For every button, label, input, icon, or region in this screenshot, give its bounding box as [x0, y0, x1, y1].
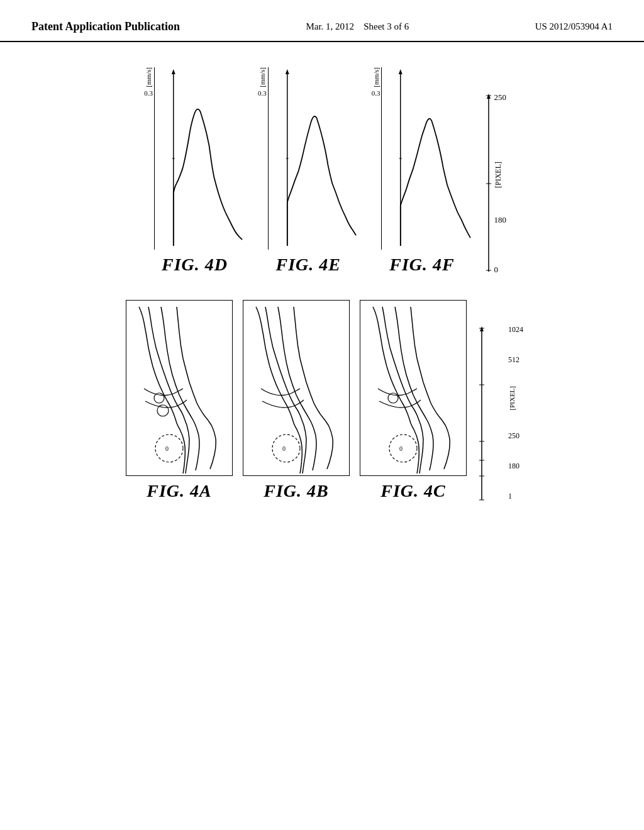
- bottom-axis-1024: 1024: [508, 325, 523, 335]
- fig-4e-y-axis: [mm/s] 0.3: [258, 67, 267, 97]
- fig-4f-y-axis: [mm/s] 0.3: [372, 67, 380, 97]
- fig-4e-value: 0.3: [258, 89, 267, 97]
- patent-number: US 2012/053904 A1: [535, 19, 613, 34]
- fig-4f-unit: [mm/s]: [372, 67, 380, 87]
- bottom-figures-section: 0 FIG. 4A 0 FIG. 4B: [121, 300, 523, 501]
- fig-4c-label: FIG. 4C: [380, 481, 445, 501]
- fig-4a-image: 0: [126, 300, 233, 476]
- fig-4b-svg: 0: [243, 301, 350, 476]
- fig-4d-value: 0.3: [144, 89, 153, 97]
- main-content: [mm/s] 0.3 FIG. 4D [mm/s]: [0, 42, 644, 514]
- sheet-info: Sheet 3 of 6: [364, 21, 409, 31]
- publication-title: Patent Application Publication: [31, 19, 180, 35]
- fig-4f-value: 0.3: [372, 89, 380, 97]
- fig-4d-label: FIG. 4D: [162, 255, 228, 275]
- fig-4d-svg: [154, 67, 245, 250]
- fig-4e-unit: [mm/s]: [258, 67, 266, 87]
- fig-4d-graph-wrapper: [mm/s] 0.3: [144, 67, 245, 250]
- top-figures-section: [mm/s] 0.3 FIG. 4D [mm/s]: [138, 67, 506, 275]
- fig-4d-y-axis: [mm/s] 0.3: [144, 67, 153, 97]
- fig-4d-unit: [mm/s]: [145, 67, 152, 87]
- fig-4f-svg: [381, 67, 472, 250]
- fig-4e-container: [mm/s] 0.3 FIG. 4E: [258, 67, 359, 275]
- header-center: Mar. 1, 2012 Sheet 3 of 6: [306, 19, 409, 34]
- fig-4a-container: 0 FIG. 4A: [121, 300, 238, 501]
- fig-4b-container: 0 FIG. 4B: [238, 300, 355, 501]
- svg-point-15: [157, 405, 169, 416]
- bottom-axis-250: 250: [508, 431, 519, 441]
- fig-4c-image: 0: [360, 300, 467, 476]
- bottom-pixel-axis: 1024 512 [PIXEL] 250 180 1: [477, 325, 523, 501]
- svg-marker-24: [480, 326, 484, 331]
- fig-4f-label: FIG. 4F: [389, 255, 454, 275]
- top-pixel-axis: 250 [PIXEL] 180 0: [484, 92, 506, 275]
- pixel-axis-unit: [PIXEL]: [494, 162, 503, 188]
- svg-text:0: 0: [399, 445, 402, 452]
- fig-4e-graph-wrapper: [mm/s] 0.3: [258, 67, 359, 250]
- bottom-axis-labels: 1024 512 [PIXEL] 250 180 1: [508, 325, 523, 501]
- svg-marker-10: [487, 94, 491, 99]
- fig-4c-svg: 0: [360, 301, 467, 476]
- svg-point-21: [389, 434, 417, 462]
- fig-4c-container: 0 FIG. 4C: [355, 300, 472, 501]
- bottom-axis-512: 512: [508, 355, 519, 365]
- bottom-axis-pixel-unit: [PIXEL]: [508, 386, 516, 411]
- svg-text:0: 0: [165, 445, 169, 452]
- fig-4b-image: 0: [243, 300, 350, 476]
- svg-point-16: [155, 434, 183, 462]
- fig-4a-svg: 0: [126, 301, 233, 476]
- svg-marker-4: [285, 69, 289, 74]
- fig-4f-container: [mm/s] 0.3 FIG. 4F: [372, 67, 473, 275]
- bottom-axis-svg: [477, 325, 508, 501]
- fig-4b-label: FIG. 4B: [264, 481, 328, 501]
- publication-date: Mar. 1, 2012: [306, 21, 354, 31]
- fig-4d-container: [mm/s] 0.3 FIG. 4D: [144, 67, 245, 275]
- bottom-axis-180: 180: [508, 462, 519, 471]
- bottom-axis-1: 1: [508, 492, 512, 501]
- svg-marker-1: [172, 69, 175, 74]
- svg-marker-7: [399, 69, 402, 74]
- fig-4f-graph-wrapper: [mm/s] 0.3: [372, 67, 473, 250]
- fig-4e-svg: [268, 67, 359, 250]
- svg-text:0: 0: [282, 445, 286, 452]
- fig-4e-label: FIG. 4E: [276, 255, 341, 275]
- fig-4a-label: FIG. 4A: [147, 481, 211, 501]
- page-header: Patent Application Publication Mar. 1, 2…: [0, 0, 644, 42]
- svg-point-18: [272, 434, 300, 462]
